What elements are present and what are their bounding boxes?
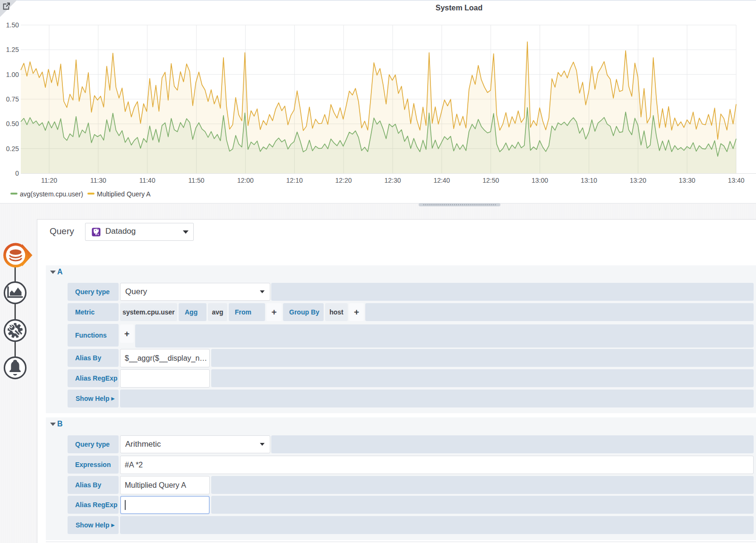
svg-text:13:00: 13:00 [532, 177, 548, 184]
svg-text:11:40: 11:40 [139, 177, 155, 184]
svg-text:13:20: 13:20 [630, 177, 646, 184]
svg-text:12:50: 12:50 [482, 177, 499, 184]
svg-text:11:30: 11:30 [90, 177, 106, 184]
svg-text:13:40: 13:40 [728, 177, 744, 184]
svg-text:12:30: 12:30 [384, 177, 401, 184]
svg-text:13:10: 13:10 [581, 177, 597, 184]
svg-text:1.25: 1.25 [6, 46, 19, 53]
svg-text:12:10: 12:10 [286, 177, 303, 184]
svg-text:0: 0 [15, 170, 19, 177]
svg-text:1.50: 1.50 [6, 21, 19, 29]
svg-text:11:20: 11:20 [41, 177, 57, 184]
svg-text:0.25: 0.25 [6, 145, 19, 153]
svg-text:12:00: 12:00 [237, 177, 254, 184]
svg-text:1.00: 1.00 [6, 71, 19, 78]
svg-text:12:40: 12:40 [433, 177, 450, 184]
svg-text:12:20: 12:20 [335, 177, 352, 184]
svg-text:13:30: 13:30 [679, 177, 696, 184]
svg-text:0.75: 0.75 [6, 95, 19, 103]
svg-text:11:50: 11:50 [189, 177, 205, 184]
svg-text:0.50: 0.50 [6, 120, 19, 127]
